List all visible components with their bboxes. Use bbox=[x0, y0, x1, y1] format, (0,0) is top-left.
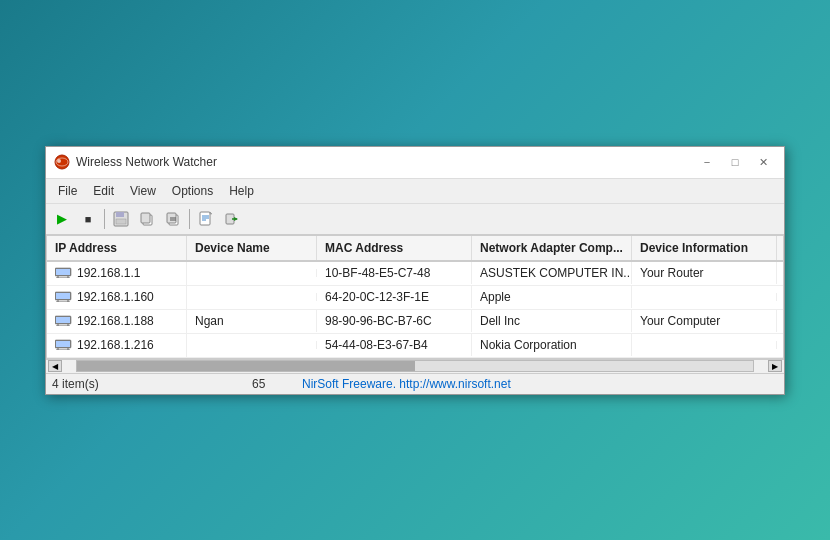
toolbar: ▶ ■ bbox=[46, 204, 784, 235]
cell-adapter-2: Apple bbox=[472, 286, 632, 308]
report-button[interactable] bbox=[194, 207, 218, 231]
svg-rect-5 bbox=[116, 219, 126, 224]
cell-ip-1: 192.168.1.1 bbox=[47, 262, 187, 285]
menu-options[interactable]: Options bbox=[164, 181, 221, 201]
cell-mac-3: 98-90-96-BC-B7-6C bbox=[317, 310, 472, 332]
cell-name-2 bbox=[187, 293, 317, 301]
cell-mac-1: 10-BF-48-E5-C7-48 bbox=[317, 262, 472, 284]
scroll-right-button[interactable]: ▶ bbox=[768, 360, 782, 372]
cell-name-3: Ngan bbox=[187, 310, 317, 332]
svg-rect-24 bbox=[56, 293, 70, 299]
cell-ip-3: 192.168.1.188 bbox=[47, 310, 187, 333]
table-body: 192.168.1.1 10-BF-48-E5-C7-48 ASUSTEK CO… bbox=[47, 262, 783, 358]
cell-adapter-3: Dell Inc bbox=[472, 310, 632, 332]
table-row[interactable]: 192.168.1.1 10-BF-48-E5-C7-48 ASUSTEK CO… bbox=[47, 262, 783, 286]
play-button[interactable]: ▶ bbox=[50, 207, 74, 231]
cell-mac-4: 54-44-08-E3-67-B4 bbox=[317, 334, 472, 356]
item-count: 4 item(s) bbox=[52, 377, 252, 391]
window-title: Wireless Network Watcher bbox=[76, 155, 694, 169]
minimize-button[interactable]: − bbox=[694, 152, 720, 172]
title-bar: Wireless Network Watcher − □ ✕ bbox=[46, 147, 784, 179]
toolbar-separator-2 bbox=[189, 209, 190, 229]
cell-info-3: Your Computer bbox=[632, 310, 777, 332]
device-icon-2 bbox=[55, 290, 73, 305]
table-row[interactable]: 192.168.1.160 64-20-0C-12-3F-1E Apple bbox=[47, 286, 783, 310]
status-number: 65 bbox=[252, 377, 302, 391]
header-mac[interactable]: MAC Address bbox=[317, 236, 472, 260]
scroll-thumb[interactable] bbox=[77, 361, 415, 371]
nirsoft-link[interactable]: NirSoft Freeware. http://www.nirsoft.net bbox=[302, 377, 778, 391]
window-controls: − □ ✕ bbox=[694, 152, 776, 172]
svg-rect-4 bbox=[116, 212, 124, 217]
cell-info-4 bbox=[632, 341, 777, 349]
main-window: Wireless Network Watcher − □ ✕ File Edit… bbox=[45, 146, 785, 395]
svg-point-0 bbox=[55, 155, 69, 169]
close-button[interactable]: ✕ bbox=[750, 152, 776, 172]
cell-info-1: Your Router bbox=[632, 262, 777, 284]
header-name[interactable]: Device Name bbox=[187, 236, 317, 260]
table-row[interactable]: 192.168.1.188 Ngan 98-90-96-BC-B7-6C Del… bbox=[47, 310, 783, 334]
table-row[interactable]: 192.168.1.216 54-44-08-E3-67-B4 Nokia Co… bbox=[47, 334, 783, 358]
header-ip[interactable]: IP Address bbox=[47, 236, 187, 260]
svg-rect-19 bbox=[56, 269, 70, 275]
svg-rect-29 bbox=[56, 317, 70, 323]
exit-button[interactable] bbox=[220, 207, 244, 231]
cell-adapter-4: Nokia Corporation bbox=[472, 334, 632, 356]
device-icon-4 bbox=[55, 338, 73, 353]
copy-button[interactable] bbox=[135, 207, 159, 231]
cell-name-4 bbox=[187, 341, 317, 349]
cell-mac-2: 64-20-0C-12-3F-1E bbox=[317, 286, 472, 308]
table-header: IP Address Device Name MAC Address Netwo… bbox=[47, 236, 783, 262]
device-list: IP Address Device Name MAC Address Netwo… bbox=[46, 235, 784, 359]
menu-help[interactable]: Help bbox=[221, 181, 262, 201]
menu-edit[interactable]: Edit bbox=[85, 181, 122, 201]
horizontal-scrollbar[interactable]: ◀ ▶ bbox=[46, 359, 784, 373]
copy2-button[interactable] bbox=[161, 207, 185, 231]
svg-rect-34 bbox=[56, 341, 70, 347]
scroll-track[interactable] bbox=[76, 360, 754, 372]
save-button[interactable] bbox=[109, 207, 133, 231]
cell-name-1 bbox=[187, 269, 317, 277]
status-bar: 4 item(s) 65 NirSoft Freeware. http://ww… bbox=[46, 373, 784, 394]
header-adapter[interactable]: Network Adapter Comp... bbox=[472, 236, 632, 260]
menu-view[interactable]: View bbox=[122, 181, 164, 201]
svg-rect-7 bbox=[141, 213, 150, 223]
stop-button[interactable]: ■ bbox=[76, 207, 100, 231]
device-icon-3 bbox=[55, 314, 73, 329]
cell-ip-4: 192.168.1.216 bbox=[47, 334, 187, 357]
cell-info-2 bbox=[632, 293, 777, 301]
menu-file[interactable]: File bbox=[50, 181, 85, 201]
menu-bar: File Edit View Options Help bbox=[46, 179, 784, 204]
cell-ip-2: 192.168.1.160 bbox=[47, 286, 187, 309]
device-icon-1 bbox=[55, 266, 73, 281]
scroll-left-button[interactable]: ◀ bbox=[48, 360, 62, 372]
app-icon bbox=[54, 154, 70, 170]
maximize-button[interactable]: □ bbox=[722, 152, 748, 172]
cell-adapter-1: ASUSTEK COMPUTER IN... bbox=[472, 262, 632, 284]
header-info[interactable]: Device Information bbox=[632, 236, 777, 260]
toolbar-separator-1 bbox=[104, 209, 105, 229]
